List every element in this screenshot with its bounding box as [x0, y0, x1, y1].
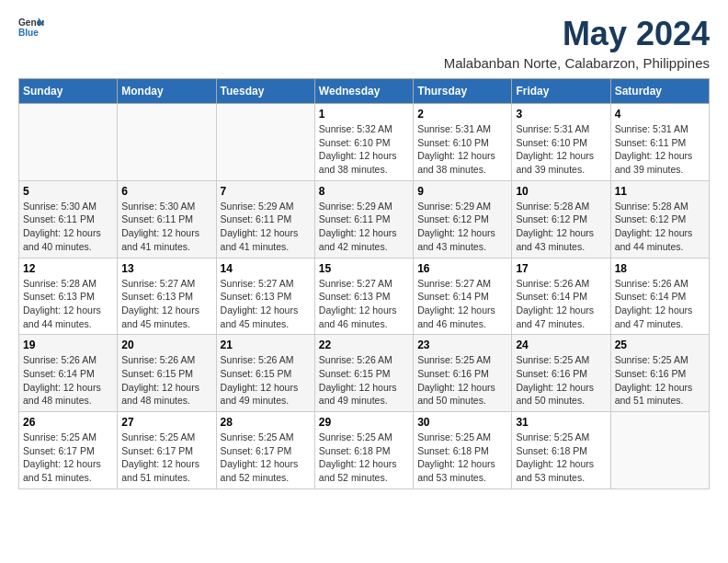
- day-number: 6: [121, 185, 211, 198]
- day-number: 12: [23, 262, 113, 275]
- day-info: Sunrise: 5:26 AMSunset: 6:14 PMDaylight:…: [516, 277, 606, 331]
- day-info: Sunrise: 5:25 AMSunset: 6:18 PMDaylight:…: [417, 431, 507, 485]
- header-friday: Friday: [512, 79, 610, 104]
- day-cell: 8Sunrise: 5:29 AMSunset: 6:11 PMDaylight…: [314, 180, 413, 258]
- day-info: Sunrise: 5:26 AMSunset: 6:15 PMDaylight:…: [319, 353, 409, 408]
- day-cell: 16Sunrise: 5:27 AMSunset: 6:14 PMDayligh…: [414, 258, 512, 335]
- day-cell: 18Sunrise: 5:26 AMSunset: 6:14 PMDayligh…: [610, 258, 709, 335]
- header-monday: Monday: [118, 79, 216, 104]
- header: General Blue May 2024 Malabanban Norte, …: [18, 15, 710, 71]
- day-info: Sunrise: 5:30 AMSunset: 6:11 PMDaylight:…: [23, 200, 113, 254]
- day-cell: 2Sunrise: 5:31 AMSunset: 6:10 PMDaylight…: [414, 104, 512, 181]
- week-row-2: 5Sunrise: 5:30 AMSunset: 6:11 PMDaylight…: [19, 180, 710, 258]
- day-info: Sunrise: 5:26 AMSunset: 6:14 PMDaylight:…: [23, 353, 113, 408]
- day-number: 18: [615, 262, 705, 275]
- day-cell: 23Sunrise: 5:25 AMSunset: 6:16 PMDayligh…: [414, 335, 512, 412]
- day-info: Sunrise: 5:26 AMSunset: 6:14 PMDaylight:…: [615, 277, 705, 331]
- day-info: Sunrise: 5:31 AMSunset: 6:11 PMDaylight:…: [615, 122, 705, 177]
- day-number: 27: [121, 416, 211, 429]
- day-cell: 22Sunrise: 5:26 AMSunset: 6:15 PMDayligh…: [314, 335, 413, 412]
- day-info: Sunrise: 5:25 AMSunset: 6:16 PMDaylight:…: [417, 353, 507, 408]
- day-info: Sunrise: 5:28 AMSunset: 6:13 PMDaylight:…: [23, 277, 113, 331]
- day-cell: 12Sunrise: 5:28 AMSunset: 6:13 PMDayligh…: [19, 258, 118, 335]
- day-cell: 20Sunrise: 5:26 AMSunset: 6:15 PMDayligh…: [118, 335, 216, 412]
- week-row-4: 19Sunrise: 5:26 AMSunset: 6:14 PMDayligh…: [19, 335, 710, 412]
- day-info: Sunrise: 5:25 AMSunset: 6:17 PMDaylight:…: [121, 431, 211, 485]
- day-cell: 30Sunrise: 5:25 AMSunset: 6:18 PMDayligh…: [414, 412, 512, 489]
- header-row: Sunday Monday Tuesday Wednesday Thursday…: [19, 79, 710, 104]
- header-sunday: Sunday: [19, 79, 118, 104]
- day-cell: 13Sunrise: 5:27 AMSunset: 6:13 PMDayligh…: [118, 258, 216, 335]
- title-area: May 2024 Malabanban Norte, Calabarzon, P…: [444, 15, 710, 71]
- day-info: Sunrise: 5:30 AMSunset: 6:11 PMDaylight:…: [121, 200, 211, 254]
- day-number: 2: [417, 108, 507, 121]
- day-info: Sunrise: 5:28 AMSunset: 6:12 PMDaylight:…: [516, 200, 606, 254]
- day-info: Sunrise: 5:27 AMSunset: 6:13 PMDaylight:…: [221, 277, 311, 331]
- day-info: Sunrise: 5:26 AMSunset: 6:15 PMDaylight:…: [121, 353, 211, 408]
- day-cell: [216, 104, 314, 181]
- day-cell: [610, 412, 709, 489]
- logo: General Blue: [18, 15, 44, 40]
- day-number: 29: [319, 416, 409, 429]
- day-number: 26: [23, 416, 113, 429]
- day-info: Sunrise: 5:25 AMSunset: 6:18 PMDaylight:…: [516, 431, 606, 485]
- header-saturday: Saturday: [610, 79, 709, 104]
- day-number: 21: [221, 339, 311, 351]
- page-subtitle: Malabanban Norte, Calabarzon, Philippine…: [444, 55, 710, 71]
- day-cell: 10Sunrise: 5:28 AMSunset: 6:12 PMDayligh…: [512, 180, 610, 258]
- day-number: 24: [516, 339, 606, 351]
- day-info: Sunrise: 5:32 AMSunset: 6:10 PMDaylight:…: [319, 122, 409, 177]
- day-number: 4: [615, 108, 705, 121]
- day-number: 20: [121, 339, 211, 351]
- day-info: Sunrise: 5:31 AMSunset: 6:10 PMDaylight:…: [516, 122, 606, 177]
- day-info: Sunrise: 5:25 AMSunset: 6:16 PMDaylight:…: [516, 353, 606, 408]
- day-cell: 17Sunrise: 5:26 AMSunset: 6:14 PMDayligh…: [512, 258, 610, 335]
- day-cell: 14Sunrise: 5:27 AMSunset: 6:13 PMDayligh…: [216, 258, 314, 335]
- day-cell: 4Sunrise: 5:31 AMSunset: 6:11 PMDaylight…: [610, 104, 709, 181]
- day-info: Sunrise: 5:25 AMSunset: 6:16 PMDaylight:…: [615, 353, 705, 408]
- day-cell: 26Sunrise: 5:25 AMSunset: 6:17 PMDayligh…: [19, 412, 118, 489]
- day-info: Sunrise: 5:27 AMSunset: 6:14 PMDaylight:…: [417, 277, 507, 331]
- day-cell: 25Sunrise: 5:25 AMSunset: 6:16 PMDayligh…: [610, 335, 709, 412]
- day-cell: 24Sunrise: 5:25 AMSunset: 6:16 PMDayligh…: [512, 335, 610, 412]
- day-cell: 21Sunrise: 5:26 AMSunset: 6:15 PMDayligh…: [216, 335, 314, 412]
- day-number: 14: [221, 262, 311, 275]
- week-row-1: 1Sunrise: 5:32 AMSunset: 6:10 PMDaylight…: [19, 104, 710, 181]
- day-number: 11: [615, 185, 705, 198]
- calendar-table: Sunday Monday Tuesday Wednesday Thursday…: [18, 78, 710, 489]
- day-cell: [19, 104, 118, 181]
- day-cell: 19Sunrise: 5:26 AMSunset: 6:14 PMDayligh…: [19, 335, 118, 412]
- day-number: 13: [121, 262, 211, 275]
- day-number: 25: [615, 339, 705, 351]
- day-info: Sunrise: 5:25 AMSunset: 6:17 PMDaylight:…: [23, 431, 113, 485]
- day-cell: 27Sunrise: 5:25 AMSunset: 6:17 PMDayligh…: [118, 412, 216, 489]
- day-number: 28: [221, 416, 311, 429]
- day-number: 10: [516, 185, 606, 198]
- header-wednesday: Wednesday: [314, 79, 413, 104]
- day-info: Sunrise: 5:29 AMSunset: 6:12 PMDaylight:…: [417, 200, 507, 254]
- day-cell: 28Sunrise: 5:25 AMSunset: 6:17 PMDayligh…: [216, 412, 314, 489]
- header-tuesday: Tuesday: [216, 79, 314, 104]
- header-thursday: Thursday: [414, 79, 512, 104]
- day-number: 17: [516, 262, 606, 275]
- day-number: 22: [319, 339, 409, 351]
- day-cell: 29Sunrise: 5:25 AMSunset: 6:18 PMDayligh…: [314, 412, 413, 489]
- day-number: 1: [319, 108, 409, 121]
- logo-icon: General Blue: [18, 15, 44, 40]
- day-number: 7: [221, 185, 311, 198]
- day-number: 16: [417, 262, 507, 275]
- day-cell: 11Sunrise: 5:28 AMSunset: 6:12 PMDayligh…: [610, 180, 709, 258]
- day-cell: 9Sunrise: 5:29 AMSunset: 6:12 PMDaylight…: [414, 180, 512, 258]
- calendar-body: 1Sunrise: 5:32 AMSunset: 6:10 PMDaylight…: [19, 104, 710, 489]
- page-title: May 2024: [444, 15, 710, 53]
- day-cell: 1Sunrise: 5:32 AMSunset: 6:10 PMDaylight…: [314, 104, 413, 181]
- day-info: Sunrise: 5:25 AMSunset: 6:17 PMDaylight:…: [221, 431, 311, 485]
- day-number: 31: [516, 416, 606, 429]
- day-cell: 3Sunrise: 5:31 AMSunset: 6:10 PMDaylight…: [512, 104, 610, 181]
- day-cell: 7Sunrise: 5:29 AMSunset: 6:11 PMDaylight…: [216, 180, 314, 258]
- day-number: 23: [417, 339, 507, 351]
- day-info: Sunrise: 5:27 AMSunset: 6:13 PMDaylight:…: [121, 277, 211, 331]
- day-number: 9: [417, 185, 507, 198]
- day-info: Sunrise: 5:29 AMSunset: 6:11 PMDaylight:…: [221, 200, 311, 254]
- day-cell: 6Sunrise: 5:30 AMSunset: 6:11 PMDaylight…: [118, 180, 216, 258]
